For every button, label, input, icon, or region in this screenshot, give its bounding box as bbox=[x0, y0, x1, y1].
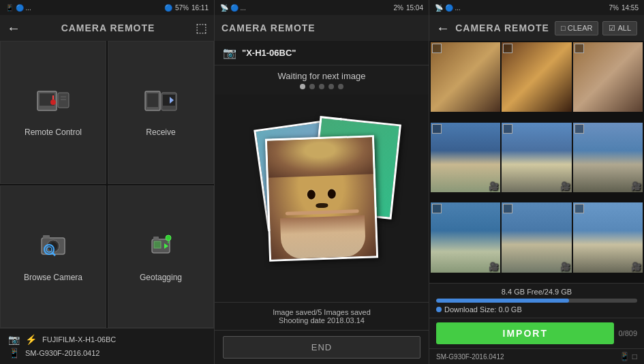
camera-name-bar: 📷 "X-H1-06BC" bbox=[215, 41, 429, 65]
app-bar-1: ← CAMERA REMOTE ⬚ bbox=[0, 15, 214, 41]
phone-icon-bottom: 📱 □ bbox=[619, 352, 637, 361]
all-label: ALL bbox=[617, 24, 631, 32]
svg-point-2 bbox=[50, 100, 56, 105]
status-bar-2: 📡 🔵 ... 2% 15:04 bbox=[215, 0, 429, 15]
checkbox-6[interactable] bbox=[574, 124, 584, 134]
pug-eyes bbox=[307, 189, 336, 199]
menu-grid: Remote Control Receive bbox=[0, 41, 214, 328]
browse-camera-icon bbox=[36, 231, 70, 266]
photo-thumb-2[interactable] bbox=[502, 42, 571, 112]
photo-main bbox=[265, 135, 378, 261]
svg-point-23 bbox=[166, 235, 171, 241]
menu-item-receive[interactable]: Receive bbox=[108, 41, 214, 184]
device-info-bar: 📷 ⚡ FUJIFILM-X-H1-06BC 📱 SM-G930F-2016.0… bbox=[0, 328, 214, 364]
geotagging-icon bbox=[144, 231, 178, 266]
phone-device-icon: 📱 bbox=[8, 348, 20, 359]
back-icon-3[interactable]: ← bbox=[436, 20, 450, 36]
all-button[interactable]: ☑ ALL bbox=[602, 21, 637, 35]
phone-device-name: SM-G930F-2016.0412 bbox=[25, 349, 99, 357]
clear-label: CLEAR bbox=[568, 24, 593, 32]
pug-nose bbox=[316, 203, 328, 208]
status-right-3: 7% 14:55 bbox=[609, 4, 639, 12]
menu-item-geotagging[interactable]: Geotagging bbox=[108, 185, 214, 329]
app-bar-2: CAMERA REMOTE bbox=[215, 15, 429, 41]
device-name-bottom: SM-G930F-2016.0412 bbox=[436, 353, 504, 361]
status-right-1: 🔵 57% 16:11 bbox=[164, 4, 209, 12]
menu-item-browse-camera[interactable]: Browse Camera bbox=[0, 185, 106, 329]
photo-thumb-7[interactable]: 🎥 bbox=[431, 202, 500, 272]
photo-thumb-9[interactable]: 🎥 bbox=[573, 202, 643, 272]
menu-item-remote-control[interactable]: Remote Control bbox=[0, 41, 106, 184]
camera-icon: 📷 bbox=[223, 46, 236, 59]
photo-thumb-6[interactable]: 🎥 bbox=[573, 123, 643, 192]
camera-device-row: 📷 ⚡ FUJIFILM-X-H1-06BC bbox=[8, 334, 206, 345]
shooting-info: Image saved/5 Images saved Shooting date… bbox=[215, 302, 429, 330]
status-left-1: 📱 🔵 ... bbox=[5, 4, 31, 12]
svg-rect-8 bbox=[147, 93, 158, 107]
photo-thumb-3[interactable] bbox=[573, 42, 643, 112]
video-icon-5: 🎥 bbox=[560, 181, 570, 191]
time-3: 14:55 bbox=[622, 4, 639, 12]
panel-receive: 📡 🔵 ... 2% 15:04 CAMERA REMOTE 📷 "X-H1-0… bbox=[215, 0, 429, 364]
photo-thumb-1[interactable] bbox=[431, 42, 500, 112]
checkbox-5[interactable] bbox=[503, 124, 512, 134]
phone-device-row: 📱 SM-G930F-2016.0412 bbox=[8, 348, 206, 359]
svg-rect-20 bbox=[153, 237, 159, 240]
bluetooth-icon: 🔵 bbox=[164, 4, 172, 12]
end-button[interactable]: END bbox=[223, 336, 420, 359]
download-dot bbox=[436, 307, 442, 312]
clear-icon: □ bbox=[561, 24, 566, 32]
waiting-text: Waiting for next image bbox=[215, 65, 429, 84]
end-button-bar: END bbox=[215, 330, 429, 364]
video-icon-9: 🎥 bbox=[631, 262, 641, 271]
download-size-text: Download Size: 0.0 GB bbox=[444, 305, 522, 314]
checkbox-8[interactable] bbox=[503, 204, 512, 213]
import-button[interactable]: IMpORT bbox=[436, 322, 614, 344]
storage-info-text: 8.4 GB Free/24.9 GB bbox=[436, 288, 637, 296]
status-right-2: 2% 15:04 bbox=[394, 4, 423, 12]
checkbox-9[interactable] bbox=[574, 204, 584, 213]
battery-2: 2% bbox=[394, 4, 403, 12]
pug-eye-left bbox=[307, 189, 316, 199]
app-title-1: CAMERA REMOTE bbox=[61, 22, 155, 33]
import-bar: IMpORT 0/809 bbox=[429, 318, 644, 348]
photo-thumb-4[interactable]: 🎥 bbox=[431, 123, 500, 192]
camera-device-icon: 📷 bbox=[8, 334, 20, 345]
svg-rect-4 bbox=[58, 93, 69, 108]
browse-camera-label: Browse Camera bbox=[24, 273, 82, 282]
pug-eye-right bbox=[328, 189, 336, 198]
camera-name: "X-H1-06BC" bbox=[242, 48, 296, 58]
remote-control-icon bbox=[36, 87, 70, 121]
device-bottom-bar: SM-G930F-2016.0412 📱 □ bbox=[429, 348, 644, 364]
photo-stack bbox=[247, 117, 397, 280]
photo-thumb-5[interactable]: 🎥 bbox=[502, 123, 571, 192]
dot-1 bbox=[300, 84, 305, 89]
status-icons-3: 📡 🔵 ... bbox=[435, 4, 461, 12]
app-title-2: CAMERA REMOTE bbox=[221, 22, 316, 33]
clear-button[interactable]: □ CLEAR bbox=[555, 21, 598, 35]
storage-bar-bg bbox=[436, 299, 637, 303]
panel-browse: 📡 🔵 ... 7% 14:55 ← CAMERA REMOTE □ CLEAR… bbox=[429, 0, 644, 364]
app-title-3: CAMERA REMOTE bbox=[455, 22, 549, 33]
receive-label: Receive bbox=[146, 127, 175, 137]
checkbox-4[interactable] bbox=[432, 124, 442, 134]
pug-body bbox=[280, 215, 365, 259]
share-icon[interactable]: ⬚ bbox=[196, 20, 207, 35]
status-icons-2: 📡 🔵 ... bbox=[220, 4, 246, 12]
dot-2 bbox=[309, 84, 315, 89]
svg-rect-13 bbox=[43, 235, 50, 239]
progress-dots bbox=[215, 84, 429, 95]
image-preview-area bbox=[215, 95, 429, 302]
status-icons-1: 📱 🔵 ... bbox=[5, 4, 31, 12]
checkbox-7[interactable] bbox=[432, 204, 442, 213]
battery-1: 57% bbox=[175, 4, 189, 12]
back-icon-1[interactable]: ← bbox=[7, 20, 20, 36]
checkbox-1[interactable] bbox=[432, 44, 442, 53]
panel-home: 📱 🔵 ... 🔵 57% 16:11 ← CAMERA REMOTE ⬚ bbox=[0, 0, 215, 364]
action-buttons: □ CLEAR ☑ ALL bbox=[555, 21, 637, 35]
checkbox-2[interactable] bbox=[503, 44, 512, 53]
checkbox-3[interactable] bbox=[574, 44, 584, 53]
dot-4 bbox=[328, 84, 334, 89]
photo-thumb-8[interactable]: 🎥 bbox=[502, 202, 571, 272]
receive-icon bbox=[144, 87, 178, 121]
